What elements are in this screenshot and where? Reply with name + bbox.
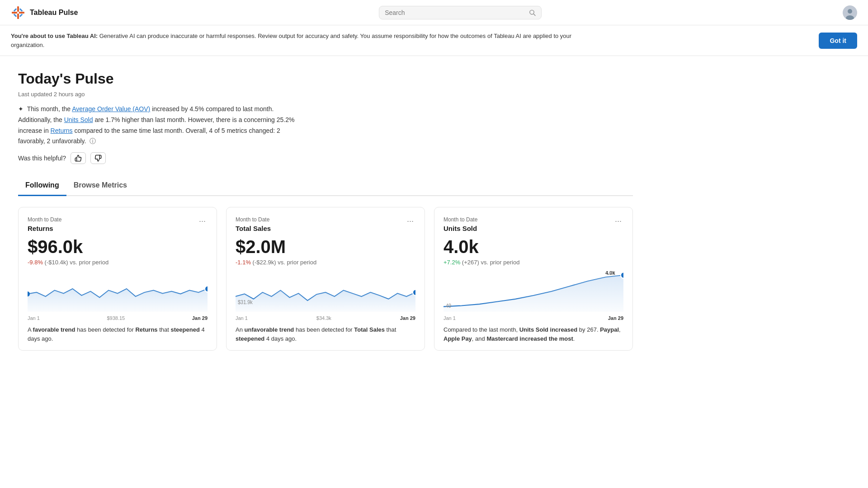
units-sold-link[interactable]: Units Sold	[64, 116, 93, 123]
ai-star-icon: ✦	[18, 104, 24, 115]
card-returns: Month to Date Returns ··· $96.0k -9.8% (…	[18, 207, 217, 351]
card-total-sales-chart-labels: Jan 1 $34.3k Jan 29	[236, 315, 415, 321]
banner-prefix: You're about to use Tableau AI:	[11, 33, 98, 39]
feedback-label: Was this helpful?	[18, 155, 66, 162]
units-sold-change-pct: +7.2%	[443, 259, 460, 266]
card-units-sold-more-button[interactable]: ···	[613, 216, 623, 226]
units-sold-start-label: Jan 1	[443, 315, 456, 321]
card-units-sold: Month to Date Units Sold ··· 4.0k +7.2% …	[434, 207, 633, 351]
card-total-sales: Month to Date Total Sales ··· $2.0M -1.1…	[226, 207, 425, 351]
summary-intro: This month, the	[27, 105, 72, 113]
card-total-sales-change: -1.1% (-$22.9k) vs. prior period	[236, 259, 415, 266]
banner-text: You're about to use Tableau AI: Generati…	[11, 32, 580, 49]
card-returns-chart	[28, 271, 208, 312]
tab-browse-metrics[interactable]: Browse Metrics	[66, 177, 134, 196]
svg-rect-7	[19, 8, 23, 12]
tableau-logo	[11, 5, 25, 20]
feedback-section: Was this helpful?	[18, 152, 633, 164]
card-returns-change: -9.8% (-$10.4k) vs. prior period	[28, 259, 208, 266]
svg-rect-3	[19, 12, 24, 14]
app-title: Tableau Pulse	[30, 9, 78, 17]
search-icon	[529, 9, 536, 16]
thumbs-up-icon	[75, 155, 82, 162]
card-total-sales-value: $2.0M	[236, 237, 415, 257]
avatar[interactable]	[843, 5, 857, 20]
page-title: Today's Pulse	[18, 70, 633, 87]
card-units-sold-name: Units Sold	[443, 225, 477, 232]
card-units-sold-footer: Compared to the last month, Units Sold i…	[443, 325, 623, 343]
card-total-sales-chart: $31.9k	[236, 271, 415, 312]
card-returns-footer: A favorable trend has been detected for …	[28, 325, 208, 343]
svg-rect-4	[14, 8, 17, 12]
summary-section: ✦ This month, the Average Order Value (A…	[18, 104, 298, 147]
header: Tableau Pulse	[0, 0, 868, 25]
units-sold-change-abs: (+267) vs. prior period	[462, 259, 520, 266]
svg-text:4.0k: 4.0k	[605, 271, 615, 276]
svg-rect-5	[19, 14, 23, 17]
returns-change-pct: -9.8%	[28, 259, 43, 266]
svg-rect-2	[12, 12, 17, 14]
returns-change-abs: (-$10.4k) vs. prior period	[45, 259, 109, 266]
total-sales-end-label: Jan 29	[400, 315, 415, 321]
card-units-sold-change: +7.2% (+267) vs. prior period	[443, 259, 623, 266]
tab-following[interactable]: Following	[18, 177, 66, 196]
card-units-sold-period: Month to Date	[443, 216, 477, 223]
last-updated: Last updated 2 hours ago	[18, 91, 633, 98]
card-returns-meta: Month to Date Returns	[28, 216, 61, 232]
search-input[interactable]	[385, 9, 525, 16]
total-sales-end-value: $34.3k	[316, 315, 331, 321]
card-units-sold-header: Month to Date Units Sold ···	[443, 216, 623, 232]
svg-point-15	[413, 290, 415, 296]
units-sold-end-label: Jan 29	[608, 315, 623, 321]
card-units-sold-chart: 49 4.0k	[443, 271, 623, 312]
card-total-sales-period: Month to Date	[236, 216, 271, 223]
thumbs-up-button[interactable]	[71, 152, 86, 164]
svg-rect-1	[17, 14, 19, 19]
card-returns-chart-labels: Jan 1 $938.15 Jan 29	[28, 315, 208, 321]
card-returns-more-button[interactable]: ···	[197, 216, 208, 226]
returns-start-label: Jan 1	[28, 315, 40, 321]
header-left: Tableau Pulse	[11, 5, 78, 20]
card-returns-header: Month to Date Returns ···	[28, 216, 208, 232]
returns-end-label: Jan 29	[192, 315, 208, 321]
card-units-sold-meta: Month to Date Units Sold	[443, 216, 477, 232]
total-sales-start-label: Jan 1	[236, 315, 248, 321]
svg-rect-0	[17, 6, 19, 12]
card-total-sales-name: Total Sales	[236, 225, 271, 232]
search-bar[interactable]	[379, 6, 542, 19]
info-icon[interactable]: ⓘ	[90, 137, 96, 145]
card-total-sales-footer: An unfavorable trend has been detected f…	[236, 325, 415, 343]
total-sales-change-pct: -1.1%	[236, 259, 251, 266]
card-total-sales-header: Month to Date Total Sales ···	[236, 216, 415, 232]
thumbs-down-button[interactable]	[90, 152, 106, 164]
total-sales-change-abs: (-$22.9k) vs. prior period	[253, 259, 317, 266]
card-units-sold-chart-labels: Jan 1 Jan 29	[443, 315, 623, 321]
aov-link[interactable]: Average Order Value (AOV)	[72, 105, 150, 113]
svg-line-9	[534, 14, 536, 15]
got-it-button[interactable]: Got it	[819, 33, 857, 49]
ai-banner: You're about to use Tableau AI: Generati…	[0, 25, 868, 56]
svg-point-11	[848, 9, 852, 14]
returns-link[interactable]: Returns	[51, 127, 73, 134]
svg-point-17	[621, 272, 623, 278]
card-total-sales-more-button[interactable]: ···	[405, 216, 415, 226]
card-returns-name: Returns	[28, 225, 61, 232]
main-content: Today's Pulse Last updated 2 hours ago ✦…	[0, 56, 651, 365]
tabs: Following Browse Metrics	[18, 177, 633, 196]
svg-text:49: 49	[446, 303, 451, 309]
svg-rect-6	[14, 14, 17, 17]
cards-grid: Month to Date Returns ··· $96.0k -9.8% (…	[18, 207, 633, 351]
card-units-sold-value: 4.0k	[443, 237, 623, 257]
card-returns-value: $96.0k	[28, 237, 208, 257]
card-total-sales-meta: Month to Date Total Sales	[236, 216, 271, 232]
thumbs-down-icon	[94, 155, 102, 162]
returns-end-value: $938.15	[107, 315, 125, 321]
card-returns-period: Month to Date	[28, 216, 61, 223]
svg-text:$31.9k: $31.9k	[238, 299, 253, 305]
svg-point-14	[205, 286, 208, 292]
